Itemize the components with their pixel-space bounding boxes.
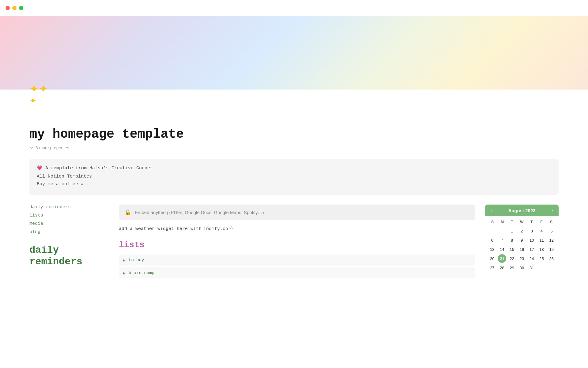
indify-link[interactable]: indify.co [203,226,228,232]
calendar-month-year: August 2023 [508,208,535,213]
calendar-days: 1234567891011121314151617181920212223242… [488,227,556,272]
calendar-grid: S M T W T F S 12345678910111213141516171… [485,216,559,274]
calendar-day[interactable]: 17 [527,245,536,254]
sparkle-icon: ✦✦✦ [0,90,588,118]
calendar-day[interactable]: 14 [498,245,506,254]
calendar-day[interactable] [498,227,506,235]
calendar-day[interactable] [488,227,496,235]
calendar-day[interactable]: 20 [488,254,496,263]
hero-banner [0,16,588,90]
day-header-t2: T [527,219,537,225]
page-title: my homepage template [29,127,559,142]
day-header-s: S [488,219,497,225]
calendar-day[interactable]: 21 [498,254,506,263]
embed-box[interactable]: 🔒 Embed anything (PDFs, Google Docs, Goo… [119,205,475,220]
lists-section-title: lists [119,240,475,250]
weather-text-before: add a weather widget here with [119,226,202,232]
calendar-day[interactable]: 10 [527,236,536,244]
calendar-day[interactable]: 25 [537,254,546,263]
calendar-days-header: S M T W T F S [488,219,556,225]
calendar-day[interactable] [547,263,556,272]
calendar-day[interactable]: 9 [518,236,526,244]
properties-label: 3 more properties [36,145,69,150]
properties-toggle[interactable]: 3 more properties [29,145,559,150]
nav-item-daily-reminders[interactable]: daily reminders [29,205,102,210]
caret-icon: ^ [230,226,233,232]
calendar-day[interactable]: 13 [488,245,496,254]
embed-placeholder: Embed anything (PDFs, Google Docs, Googl… [135,210,264,215]
nav-item-media[interactable]: media [29,221,102,226]
maximize-button[interactable] [19,6,23,10]
left-nav: daily reminders lists media blog dailyre… [29,205,109,268]
calendar-day[interactable]: 1 [508,227,516,235]
calendar-day[interactable]: 11 [537,236,546,244]
day-header-s2: S [546,219,556,225]
heart-icon: 💗 [37,166,43,171]
minimize-button[interactable] [12,6,17,10]
calendar-day[interactable]: 4 [537,227,546,235]
calendar-day[interactable]: 8 [508,236,516,244]
calendar-next-button[interactable]: › [550,208,554,213]
close-button[interactable] [6,6,10,10]
calendar-widget: ‹ August 2023 › S M T W T F S 12345 [485,205,559,274]
calendar-day[interactable]: 31 [527,263,536,272]
main-content: my homepage template 3 more properties 💗… [0,127,588,280]
calendar-day[interactable]: 16 [518,245,526,254]
day-header-f: F [537,219,546,225]
day-header-w: W [517,219,527,225]
calendar-day[interactable]: 12 [547,236,556,244]
nav-item-lists[interactable]: lists [29,213,102,218]
info-box: 💗 A template from Hafsa's Creative Corne… [29,159,559,195]
calendar-day[interactable]: 28 [498,263,506,272]
calendar-day[interactable]: 7 [498,236,506,244]
info-prefix: A template from [45,166,87,171]
calendar-day[interactable]: 30 [518,263,526,272]
calendar-day[interactable]: 5 [547,227,556,235]
three-col-layout: daily reminders lists media blog dailyre… [29,205,559,280]
titlebar [0,0,588,16]
nav-item-blog[interactable]: blog [29,229,102,235]
middle-col: 🔒 Embed anything (PDFs, Google Docs, Goo… [109,205,485,280]
list-item-brain-dump[interactable]: ▶ brain dump [119,267,475,278]
calendar-day[interactable]: 18 [537,245,546,254]
calendar-day[interactable]: 27 [488,263,496,272]
lock-icon: 🔒 [124,209,131,216]
calendar-day[interactable]: 3 [527,227,536,235]
calendar-day[interactable]: 6 [488,236,496,244]
calendar-day[interactable]: 15 [508,245,516,254]
calendar-header: ‹ August 2023 › [485,205,559,216]
calendar-day[interactable]: 24 [527,254,536,263]
list-item-label-2: brain dump [129,270,154,275]
list-item-to-buy[interactable]: ▶ to buy [119,255,475,266]
calendar-day[interactable]: 22 [508,254,516,263]
triangle-icon-2: ▶ [123,271,126,275]
calendar-prev-button[interactable]: ‹ [489,208,493,213]
calendar-day[interactable]: 19 [547,245,556,254]
chevron-down-icon [29,146,34,150]
day-header-t: T [507,219,517,225]
calendar-day[interactable]: 2 [518,227,526,235]
calendar-day[interactable]: 29 [508,263,516,272]
triangle-icon-1: ▶ [123,259,126,262]
weather-line: add a weather widget here with indify.co… [119,226,475,232]
right-calendar: ‹ August 2023 › S M T W T F S 12345 [485,205,559,274]
info-source: Hafsa's Creative Corner [89,166,153,171]
list-item-label-1: to buy [129,258,144,263]
calendar-day[interactable] [537,263,546,272]
daily-reminders-heading: dailyreminders [29,244,102,268]
calendar-day[interactable]: 23 [518,254,526,263]
buy-coffee-link[interactable]: Buy me a coffee ☕ [37,181,551,187]
day-header-m: M [497,219,507,225]
calendar-day[interactable]: 26 [547,254,556,263]
all-templates-link[interactable]: All Notion Templates [37,174,551,179]
info-headline: 💗 A template from Hafsa's Creative Corne… [37,165,551,171]
